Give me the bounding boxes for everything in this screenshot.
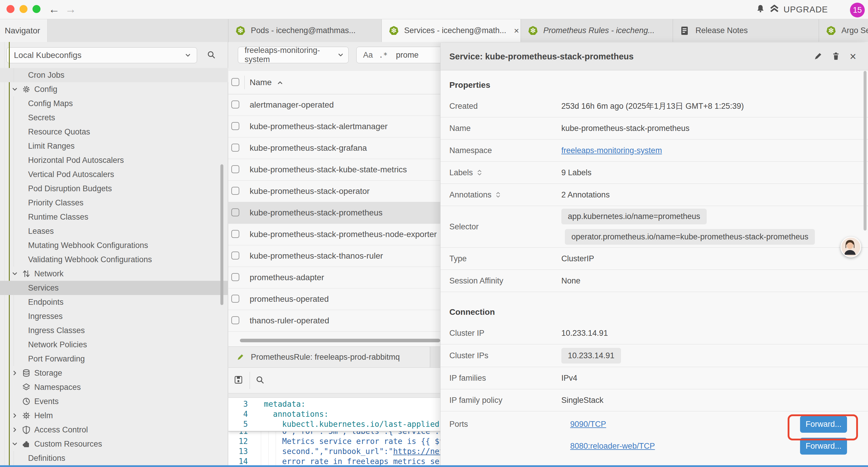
sidebar-item-mutating-webhook-configurations[interactable]: Mutating Webhook Configurations: [0, 238, 228, 253]
sidebar-scrollbar[interactable]: [220, 164, 223, 305]
sidebar-item-ingress-classes[interactable]: Ingress Classes: [0, 323, 228, 338]
close-panel-icon[interactable]: ×: [850, 49, 856, 63]
minimize-window-button[interactable]: [20, 5, 28, 13]
regex-toggle[interactable]: .*: [379, 51, 388, 59]
floating-user-avatar[interactable]: [840, 237, 861, 258]
sidebar-item-config[interactable]: Config: [0, 82, 228, 96]
sidebar-item-namespaces[interactable]: Namespaces: [0, 380, 228, 394]
sidebar-search-icon[interactable]: [207, 50, 216, 59]
search-query-text: prome: [396, 51, 418, 60]
row-checkbox[interactable]: [231, 316, 239, 324]
sidebar-item-helm[interactable]: Helm: [0, 408, 228, 423]
row-checkbox[interactable]: [231, 122, 239, 130]
cluster-ip-chip: 10.233.14.91: [561, 348, 621, 363]
tab-release-notes[interactable]: Release Notes: [673, 19, 819, 42]
row-checkbox[interactable]: [231, 273, 239, 281]
sidebar-item-storage[interactable]: Storage: [0, 366, 228, 380]
sidebar-item-leases[interactable]: Leases: [0, 224, 228, 238]
row-checkbox[interactable]: [231, 208, 239, 216]
tab-argo[interactable]: Argo Se: [819, 19, 868, 42]
sidebar-item-port-forwarding[interactable]: Port Forwarding: [0, 352, 228, 366]
sidebar-item-endpoints[interactable]: Endpoints: [0, 295, 228, 309]
navigator-pane-tab[interactable]: Navigator: [0, 19, 48, 42]
chevron-right-icon[interactable]: [12, 413, 18, 418]
sidebar-item-pod-disruption-budgets[interactable]: Pod Disruption Budgets: [0, 181, 228, 196]
maximize-window-button[interactable]: [32, 5, 40, 13]
sidebar-item-config-maps[interactable]: Config Maps: [0, 96, 228, 111]
chevron-right-icon[interactable]: [12, 427, 18, 433]
row-checkbox[interactable]: [231, 295, 239, 303]
row-checkbox[interactable]: [231, 252, 239, 260]
sidebar-item-access-control[interactable]: Access Control: [0, 423, 228, 437]
notification-count-badge[interactable]: 15: [850, 3, 865, 18]
chevron-down-icon[interactable]: [12, 86, 18, 92]
namespace-filter-select[interactable]: freeleaps-monitoring-system: [238, 47, 349, 63]
detail-panel-header: Service: kube-prometheus-stack-prometheu…: [440, 43, 868, 70]
sidebar-item-network[interactable]: Network: [0, 267, 228, 281]
tab-prometheus-rules[interactable]: Prometheus Rules - icecheng...: [521, 19, 673, 42]
runbook-url-link[interactable]: https://net: [393, 447, 444, 456]
match-case-toggle[interactable]: Aa: [363, 51, 373, 60]
sidebar-item-custom-resources[interactable]: Custom Resources: [0, 437, 228, 451]
tab-pods[interactable]: Pods - icecheng@mathmas...: [228, 19, 382, 42]
sidebar-item-resource-quotas[interactable]: Resource Quotas: [0, 125, 228, 139]
row-checkbox[interactable]: [231, 144, 239, 152]
sidebar-item-vertical-pod-autoscalers[interactable]: Vertical Pod Autoscalers: [0, 167, 228, 181]
delete-trash-icon[interactable]: [831, 51, 841, 61]
port-link-8080[interactable]: 8080:reloader-web/TCP: [570, 442, 655, 451]
namespace-link[interactable]: freeleaps-monitoring-system: [561, 146, 662, 155]
expand-collapse-icon[interactable]: [477, 169, 482, 176]
upgrade-icon[interactable]: [769, 4, 779, 13]
namespace-filter-value: freeleaps-monitoring-system: [245, 46, 338, 64]
kubeconfig-select-value: Local Kubeconfigs: [14, 51, 185, 60]
sidebar-item-definitions[interactable]: Definitions: [0, 451, 228, 465]
helm-wheel-icon: [22, 411, 31, 420]
select-all-checkbox[interactable]: [231, 78, 239, 86]
tab-prometheus-rules-label: Prometheus Rules - icecheng...: [543, 26, 655, 35]
editor-search-icon[interactable]: [255, 375, 265, 385]
sidebar-item-events[interactable]: Events: [0, 394, 228, 408]
sidebar-item-priority-classes[interactable]: Priority Classes: [0, 196, 228, 210]
back-button[interactable]: ←: [49, 2, 60, 16]
sidebar-item-services[interactable]: Services: [0, 281, 228, 295]
sidebar-item-ingresses[interactable]: Ingresses: [0, 309, 228, 323]
name-column-header[interactable]: Name: [250, 78, 272, 87]
notifications-bell-icon[interactable]: [756, 4, 765, 13]
forward-button[interactable]: →: [65, 2, 76, 16]
tab-close-icon[interactable]: ×: [514, 26, 519, 36]
sidebar-item-limit-ranges[interactable]: Limit Ranges: [0, 139, 228, 153]
resource-tree: Cron Jobs Config Config Maps Secrets Res…: [0, 68, 228, 465]
tab-argo-label: Argo Se: [841, 26, 868, 35]
tab-strip-spacer: [48, 19, 228, 42]
table-horizontal-scrollbar[interactable]: [240, 339, 440, 342]
sort-ascending-icon[interactable]: [277, 80, 283, 85]
sidebar-item-runtime-classes[interactable]: Runtime Classes: [0, 210, 228, 224]
tab-services[interactable]: Services - icecheng@math... ×: [382, 19, 521, 42]
sidebar-item-network-policies[interactable]: Network Policies: [0, 338, 228, 352]
kubeconfig-select[interactable]: Local Kubeconfigs: [6, 47, 197, 63]
chevron-down-icon[interactable]: [12, 271, 18, 276]
kubernetes-icon: [236, 26, 246, 35]
row-checkbox[interactable]: [231, 100, 239, 109]
annotations-row: Annotations 2 Annotations: [440, 184, 868, 206]
chevron-down-icon[interactable]: [12, 441, 18, 447]
save-icon[interactable]: [234, 375, 243, 384]
row-checkbox[interactable]: [231, 230, 239, 238]
close-window-button[interactable]: [6, 5, 14, 13]
row-checkbox[interactable]: [231, 187, 239, 195]
selector-chip: app.kubernetes.io/name=prometheus: [561, 209, 707, 224]
expand-collapse-icon[interactable]: [496, 192, 500, 198]
detail-panel-body: Properties Created 253d 16h 6m ago (2025…: [440, 70, 868, 467]
sidebar-item-horizontal-pod-autoscalers[interactable]: Horizontal Pod Autoscalers: [0, 153, 228, 167]
editor-tab-prometheusrule[interactable]: PrometheusRule: freeleaps-prod-rabbitmq: [228, 347, 430, 368]
chevron-right-icon[interactable]: [12, 370, 18, 376]
port-link-9090[interactable]: 9090/TCP: [570, 420, 606, 429]
row-checkbox[interactable]: [231, 165, 239, 173]
sidebar-item-cron-jobs[interactable]: Cron Jobs: [0, 68, 228, 82]
upgrade-button[interactable]: UPGRADE: [783, 5, 828, 14]
ip-families-value: IPv4: [561, 374, 577, 383]
edit-pencil-icon[interactable]: [813, 51, 823, 61]
sidebar-item-secrets[interactable]: Secrets: [0, 111, 228, 125]
panel-scrollbar[interactable]: [864, 71, 867, 231]
sidebar-item-validating-webhook-configurations[interactable]: Validating Webhook Configurations: [0, 253, 228, 267]
